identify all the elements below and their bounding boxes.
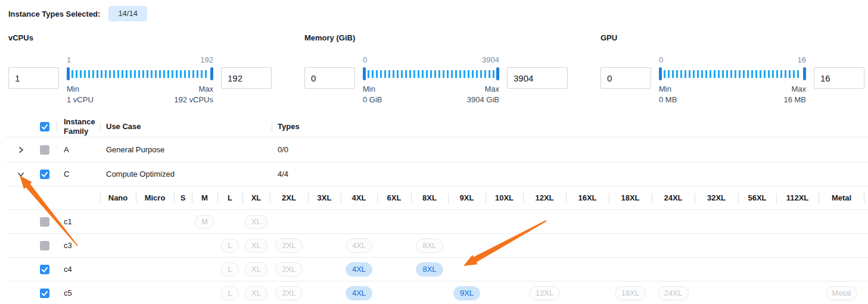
memory-slider-ticks [368, 70, 494, 78]
size-pill-c5-9xl[interactable]: 9XL [453, 286, 480, 300]
size-column-header-nano: Nano [100, 186, 136, 209]
size-column-header-12xl: 12XL [523, 186, 566, 209]
size-column-header-metal: Metal [819, 186, 864, 209]
size-pill-c3-4xl[interactable]: 4XL [346, 239, 372, 253]
size-column-header-xl: XL [242, 186, 270, 209]
type-row-c3: c3LXL2XL4XL8XL [6, 234, 868, 258]
size-column-header-s: S [174, 186, 192, 209]
size-pill-c4-4xl[interactable]: 4XL [346, 262, 372, 277]
vcpus-min-input[interactable] [8, 67, 59, 89]
gpu-max-input[interactable] [814, 67, 864, 89]
size-pill-c5-18xl[interactable]: 18XL [615, 286, 646, 300]
type-checkbox-c4[interactable] [40, 265, 49, 274]
size-column-header-m: M [192, 186, 217, 209]
type-family-label-c5: c5 [57, 281, 100, 304]
filter-memory-label: Memory (GiB) [304, 33, 568, 42]
size-pill-c5-2xl[interactable]: 2XL [275, 286, 302, 300]
vcpus-max-caption: Max192 vCPUs [174, 84, 213, 105]
size-pill-c5-24xl[interactable]: 24XL [658, 286, 689, 300]
gpu-slider-handle-right[interactable] [803, 67, 806, 80]
size-column-header-112xl: 112XL [776, 186, 819, 209]
size-header-row: NanoMicroSMLXL2XL3XL4XL6XL8XL9XL10XL12XL… [6, 186, 868, 210]
size-pill-c3-l[interactable]: L [221, 239, 238, 253]
size-column-header-9xl: 9XL [448, 186, 486, 209]
size-pill-c3-8xl[interactable]: 8XL [416, 239, 443, 253]
type-checkbox-c1[interactable] [40, 217, 49, 227]
expand-chevron-right-icon[interactable] [17, 146, 25, 154]
size-pill-c4-xl[interactable]: XL [245, 262, 267, 277]
selected-label: Instance Types Selected: [8, 10, 100, 18]
vcpus-max-input[interactable] [221, 67, 272, 89]
collapse-chevron-down-icon[interactable] [17, 170, 25, 178]
family-c-checkbox[interactable] [40, 170, 49, 179]
filter-sliders: vCPUs 1 192 Min1 vCPU [6, 33, 868, 105]
size-column-header-32xl: 32XL [695, 186, 738, 209]
type-row-c1: c1MXL [6, 210, 868, 234]
size-column-header-6xl: 6XL [377, 186, 411, 209]
type-checkbox-c5[interactable] [40, 289, 49, 298]
column-header-instance-family: Instance Family [57, 117, 100, 136]
filter-memory: Memory (GiB) 0 3904 Min0 GiB [304, 33, 568, 105]
filter-vcpus: vCPUs 1 192 Min1 vCPU [8, 33, 272, 105]
size-column-header-18xl: 18XL [609, 186, 652, 209]
select-all-checkbox[interactable] [40, 122, 49, 131]
size-pill-c5-xl[interactable]: XL [245, 286, 267, 300]
memory-scale-min: 0 [363, 55, 367, 67]
gpu-min-input[interactable] [601, 67, 651, 89]
size-pill-c1-m[interactable]: M [195, 215, 214, 229]
gpu-slider-ticks [664, 70, 801, 78]
size-pill-c4-l[interactable]: L [221, 262, 238, 277]
instance-type-selector: Instance Types Selected: 14/14 vCPUs 1 1… [0, 0, 868, 304]
gpu-slider-track [659, 67, 806, 80]
memory-max-input[interactable] [507, 67, 568, 89]
gpu-max-caption: Max16 MB [783, 84, 806, 105]
size-pill-c4-2xl[interactable]: 2XL [275, 262, 302, 277]
gpu-slider: 0 16 Min0 MB Max16 MB [659, 55, 806, 105]
instance-family-table: Instance Family Use Case Types A General… [6, 116, 868, 304]
memory-max-caption: Max3904 GiB [467, 84, 499, 105]
memory-slider-handle-left[interactable] [363, 67, 366, 80]
size-pill-c3-xl[interactable]: XL [245, 239, 267, 253]
size-pill-c1-xl[interactable]: XL [245, 215, 267, 229]
size-pill-c5-4xl[interactable]: 4XL [346, 286, 372, 300]
type-row-c4: c4LXL2XL4XL8XL [6, 258, 868, 281]
gpu-scale-min: 0 [659, 55, 663, 67]
family-a-label: A [57, 137, 100, 162]
gpu-slider-handle-left[interactable] [659, 67, 662, 80]
size-column-header-10xl: 10XL [486, 186, 523, 209]
type-family-label-c3: c3 [57, 234, 100, 257]
memory-min-input[interactable] [304, 67, 355, 89]
vcpus-slider: 1 192 Min1 vCPU Max192 vCPUs [67, 55, 213, 105]
selected-summary: Instance Types Selected: 14/14 [6, 6, 868, 21]
gpu-min-caption: Min0 MB [659, 84, 677, 105]
vcpus-min-caption: Min1 vCPU [67, 84, 94, 105]
vcpus-slider-handle-left[interactable] [67, 67, 70, 80]
size-column-header-micro: Micro [136, 186, 174, 209]
vcpus-slider-handle-right[interactable] [210, 67, 213, 80]
gpu-scale-max: 16 [798, 55, 806, 67]
table-header-row: Instance Family Use Case Types [6, 116, 868, 137]
size-pill-c4-8xl[interactable]: 8XL [416, 262, 443, 277]
filter-gpu-label: GPU [601, 33, 864, 42]
vcpus-slider-track [67, 67, 213, 80]
type-checkbox-c3[interactable] [40, 241, 49, 250]
filter-gpu: GPU 0 16 Min0 MB [601, 33, 864, 105]
filter-vcpus-label: vCPUs [8, 33, 272, 42]
memory-scale-max: 3904 [482, 55, 499, 67]
family-row-a: A General Purpose 0/0 [6, 137, 868, 162]
size-column-header-24xl: 24XL [652, 186, 695, 209]
size-pill-c5-l[interactable]: L [221, 286, 238, 300]
memory-slider-handle-right[interactable] [496, 67, 499, 80]
family-row-c: C Compute Optimized 4/4 [6, 162, 868, 186]
vcpus-slider-ticks [71, 70, 209, 78]
size-pill-c5-12xl[interactable]: 12XL [529, 286, 560, 300]
memory-slider: 0 3904 Min0 GiB Max3904 GiB [363, 55, 499, 105]
size-pill-c3-2xl[interactable]: 2XL [275, 239, 302, 253]
family-a-types: 0/0 [272, 145, 868, 154]
memory-min-caption: Min0 GiB [363, 84, 382, 105]
size-column-header-16xl: 16XL [566, 186, 609, 209]
size-pill-c5-metal[interactable]: Metal [826, 286, 858, 300]
vcpus-scale-min: 1 [67, 55, 71, 67]
type-row-c5: c5LXL2XL4XL9XL12XL18XL24XLMetal [6, 281, 868, 304]
family-a-checkbox[interactable] [40, 145, 49, 155]
